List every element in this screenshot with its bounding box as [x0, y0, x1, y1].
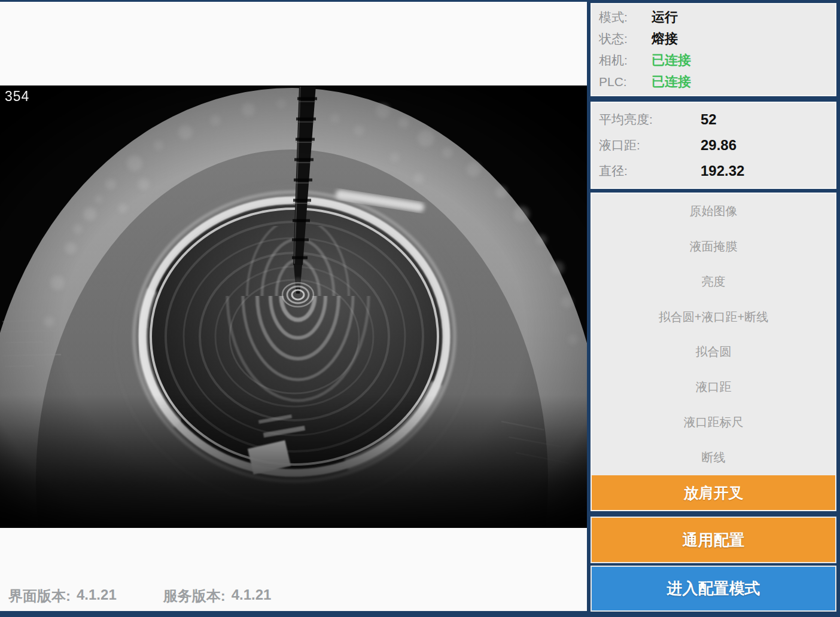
measure-row-brightness: 平均亮度: 52 — [599, 111, 828, 128]
view-mode-item-melt-gap[interactable]: 液口距 — [592, 369, 835, 405]
enter-config-mode-button[interactable]: 进入配置模式 — [591, 566, 836, 612]
diameter-value: 192.32 — [701, 163, 744, 179]
main-view-area: 354 界面版本: 4.1.21 服务版本: 4.1.21 — [0, 2, 587, 611]
measure-row-diameter: 直径: 192.32 — [599, 163, 828, 179]
shoulder-fork-button[interactable]: 放肩开叉 — [592, 475, 835, 510]
view-mode-item-line-break[interactable]: 断线 — [592, 440, 835, 475]
state-label: 状态: — [599, 30, 652, 47]
avg-brightness-value: 52 — [701, 111, 717, 128]
status-row-plc: PLC: 已连接 — [599, 73, 828, 91]
view-mode-item-gap-ruler[interactable]: 液口距标尺 — [592, 405, 835, 440]
version-info: 界面版本: 4.1.21 服务版本: 4.1.21 — [8, 587, 271, 606]
view-mode-item-raw-image[interactable]: 原始图像 — [592, 194, 835, 229]
view-mode-item-surface-mask[interactable]: 液面掩膜 — [592, 229, 835, 264]
camera-image — [0, 85, 587, 528]
measurements-panel: 平均亮度: 52 液口距: 29.86 直径: 192.32 — [591, 102, 836, 189]
service-version: 服务版本: 4.1.21 — [163, 587, 272, 606]
view-mode-item-brightness[interactable]: 亮度 — [592, 264, 835, 300]
camera-label: 相机: — [599, 52, 652, 69]
ui-version-value: 4.1.21 — [77, 587, 117, 606]
ui-version: 界面版本: 4.1.21 — [8, 587, 117, 606]
view-mode-item-fit-gap-break[interactable]: 拟合圆+液口距+断线 — [592, 300, 835, 335]
frame-number: 354 — [5, 88, 29, 105]
status-row-state: 状态: 熔接 — [599, 30, 828, 48]
plc-label: PLC: — [599, 75, 652, 89]
service-version-value: 4.1.21 — [232, 587, 272, 606]
view-mode-item-fit-circle[interactable]: 拟合圆 — [592, 335, 835, 370]
melt-gap-label: 液口距: — [599, 137, 701, 154]
camera-status-badge: 已连接 — [652, 51, 691, 69]
diameter-label: 直径: — [599, 163, 701, 179]
status-row-mode: 模式: 运行 — [599, 8, 828, 26]
service-version-label: 服务版本: — [163, 587, 226, 606]
camera-feed: 354 — [0, 85, 587, 528]
mode-label: 模式: — [599, 9, 652, 26]
status-panel: 模式: 运行 状态: 熔接 相机: 已连接 PLC: 已连接 — [591, 3, 836, 96]
general-config-button[interactable]: 通用配置 — [591, 517, 836, 563]
melt-gap-value: 29.86 — [701, 137, 736, 154]
plc-status-badge: 已连接 — [652, 73, 691, 91]
app-window: { "camera": { "frame_number": "354" }, "… — [0, 0, 840, 617]
status-row-camera: 相机: 已连接 — [599, 51, 828, 69]
view-mode-panel: 原始图像 液面掩膜 亮度 拟合圆+液口距+断线 拟合圆 液口距 液口距标尺 断线… — [591, 193, 836, 511]
state-value: 熔接 — [652, 30, 678, 48]
measure-row-gap: 液口距: 29.86 — [599, 137, 828, 154]
ui-version-label: 界面版本: — [8, 587, 71, 606]
bottom-fade-overlay — [0, 85, 587, 528]
mode-value: 运行 — [652, 8, 678, 26]
avg-brightness-label: 平均亮度: — [599, 111, 701, 128]
